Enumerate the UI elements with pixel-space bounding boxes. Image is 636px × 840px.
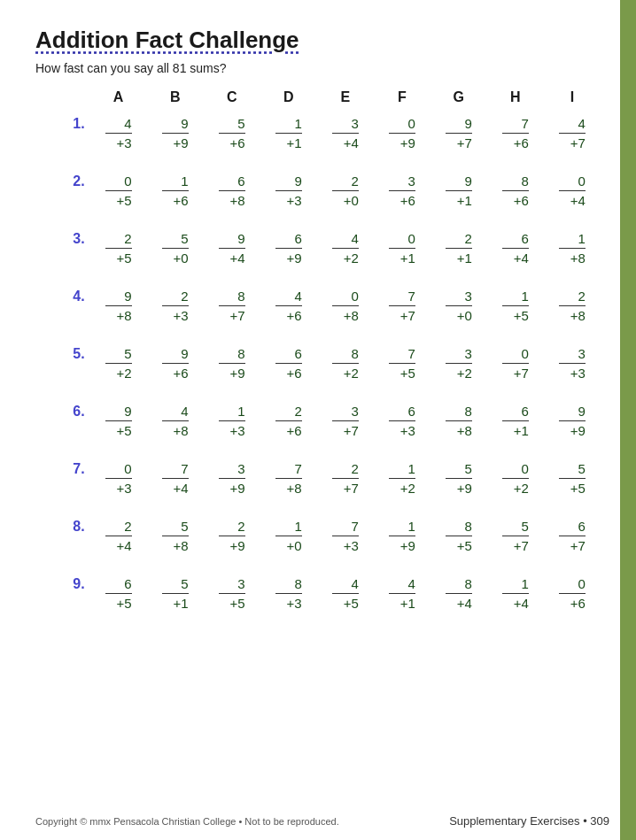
bottom-num-r6-c7: +8 [446,420,472,440]
col-header-b: B [147,86,204,109]
top-num-r1-c3: 5 [219,114,245,133]
math-cell-r2-c2: 1+6 [147,166,204,215]
bottom-num-r5-c1: +2 [105,363,132,382]
col-header-a: A [90,86,147,109]
bottom-num-r1-c9: +7 [559,133,586,152]
bottom-num-r1-c8: +6 [502,133,529,152]
math-cell-r9-c7: 8+4 [430,569,487,618]
math-cell-r8-c7: 8+5 [430,512,487,560]
top-num-r5-c5: 8 [332,344,359,363]
bottom-num-r9-c4: +3 [275,593,302,613]
math-cell-r2-c1: 0+5 [90,166,147,215]
bottom-num-r6-c9: +9 [559,420,586,440]
top-num-r6-c8: 6 [502,402,529,420]
bottom-num-r4-c3: +7 [219,305,245,325]
bottom-num-r2-c1: +5 [105,190,132,210]
row-label-6: 6. [35,397,90,445]
top-num-r4-c1: 9 [105,287,132,305]
math-cell-r5-c3: 8+9 [204,339,260,388]
bottom-num-r5-c5: +2 [332,363,359,382]
row-label-4: 4. [35,281,90,330]
math-cell-r8-c9: 6+7 [544,512,601,560]
math-cell-r6-c2: 4+8 [147,397,204,445]
bottom-num-r7-c8: +2 [502,478,529,497]
bottom-num-r2-c3: +8 [219,190,245,210]
bottom-num-r8-c9: +7 [559,536,586,555]
row-label-header [35,86,90,109]
bottom-num-r5-c8: +7 [502,363,529,382]
bottom-num-r2-c4: +3 [275,190,302,210]
bottom-num-r3-c7: +1 [446,248,472,267]
top-num-r5-c9: 3 [559,344,586,363]
col-header-e: E [317,86,374,109]
bottom-num-r8-c2: +8 [162,536,189,555]
bottom-num-r1-c6: +9 [389,133,415,152]
math-cell-r9-c6: 4+1 [374,569,430,618]
math-cell-r7-c2: 7+4 [147,454,204,503]
bottom-num-r8-c6: +9 [389,536,415,555]
bottom-num-r7-c1: +3 [105,478,132,497]
col-header-c: C [204,86,260,109]
row-label-9: 9. [35,569,90,618]
row-label-2: 2. [35,166,90,215]
page-title: Addition Fact Challenge [35,27,601,54]
math-cell-r9-c8: 1+4 [487,569,544,618]
math-cell-r4-c7: 3+0 [430,281,487,330]
math-cell-r1-c4: 1+1 [260,109,317,158]
bottom-num-r6-c1: +5 [105,420,132,440]
top-num-r2-c6: 3 [389,172,415,190]
top-num-r8-c1: 2 [105,517,132,536]
math-cell-r4-c1: 9+8 [90,281,147,330]
bottom-num-r7-c4: +8 [275,478,302,497]
math-cell-r2-c3: 6+8 [204,166,260,215]
bottom-num-r5-c9: +3 [559,363,586,382]
math-cell-r9-c4: 8+3 [260,569,317,618]
top-num-r6-c5: 3 [332,402,359,420]
bottom-num-r6-c6: +3 [389,420,415,440]
bottom-num-r6-c4: +6 [275,420,302,440]
top-num-r3-c5: 4 [332,229,359,248]
top-num-r4-c6: 7 [389,287,415,305]
top-num-r4-c8: 1 [502,287,529,305]
top-num-r7-c3: 3 [219,459,245,478]
bottom-num-r7-c7: +9 [446,478,472,497]
col-header-d: D [260,86,317,109]
top-num-r4-c2: 2 [162,287,189,305]
top-num-r4-c4: 4 [275,287,302,305]
bottom-num-r2-c7: +1 [446,190,472,210]
subtitle: How fast can you say all 81 sums? [35,61,601,75]
top-num-r4-c7: 3 [446,287,472,305]
top-num-r8-c5: 7 [332,517,359,536]
top-num-r7-c2: 7 [162,459,189,478]
bottom-num-r1-c5: +4 [332,133,359,152]
bottom-num-r9-c3: +5 [219,593,245,613]
bottom-num-r3-c6: +1 [389,248,415,267]
math-cell-r4-c5: 0+8 [317,281,374,330]
bottom-num-r3-c2: +0 [162,248,189,267]
bottom-num-r2-c9: +4 [559,190,586,210]
top-num-r5-c7: 3 [446,344,472,363]
math-cell-r4-c9: 2+8 [544,281,601,330]
bottom-num-r5-c2: +6 [162,363,189,382]
top-num-r3-c1: 2 [105,229,132,248]
bottom-num-r3-c8: +4 [502,248,529,267]
math-cell-r3-c1: 2+5 [90,224,147,273]
math-cell-r1-c8: 7+6 [487,109,544,158]
bottom-num-r7-c6: +2 [389,478,415,497]
top-num-r5-c8: 0 [502,344,529,363]
bottom-num-r4-c4: +6 [275,305,302,325]
math-cell-r8-c3: 2+9 [204,512,260,560]
bottom-num-r7-c5: +7 [332,478,359,497]
math-cell-r4-c3: 8+7 [204,281,260,330]
top-num-r6-c3: 1 [219,402,245,420]
top-num-r8-c3: 2 [219,517,245,536]
bottom-num-r4-c1: +8 [105,305,132,325]
footer-right-text: Supplementary Exercises • 309 [449,814,609,828]
top-num-r6-c9: 9 [559,402,586,420]
bottom-num-r8-c1: +4 [105,536,132,555]
math-cell-r3-c7: 2+1 [430,224,487,273]
top-num-r9-c7: 8 [446,574,472,593]
top-num-r9-c9: 0 [559,574,586,593]
top-num-r9-c1: 6 [105,574,132,593]
math-cell-r3-c9: 1+8 [544,224,601,273]
